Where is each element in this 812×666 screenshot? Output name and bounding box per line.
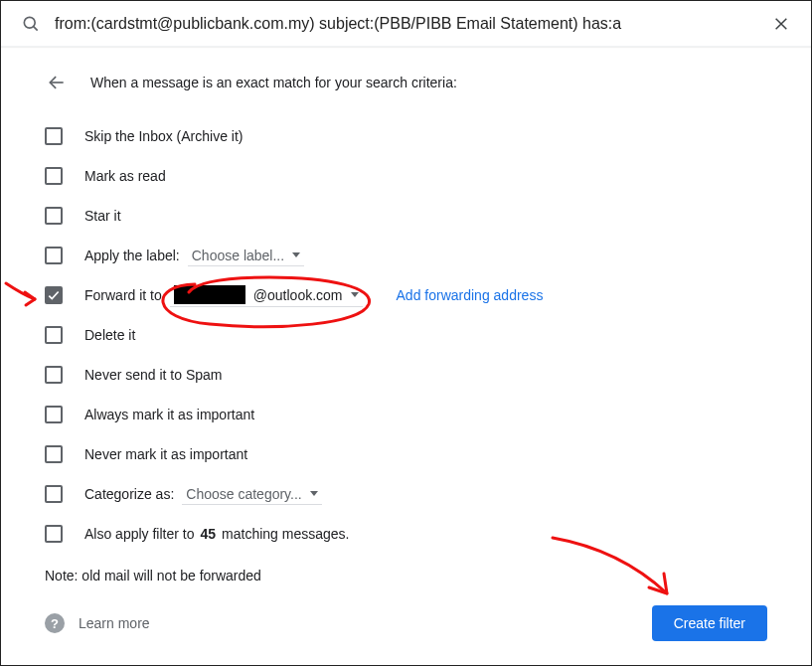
checkbox-skip-inbox[interactable] [45, 127, 63, 145]
label-skip-inbox: Skip the Inbox (Archive it) [84, 128, 244, 144]
content-area: When a message is an exact match for you… [1, 47, 811, 659]
checkbox-apply-label[interactable] [45, 247, 63, 264]
svg-point-0 [24, 17, 35, 28]
create-filter-button[interactable]: Create filter [652, 605, 767, 641]
apply-label-prefix: Apply the label: [84, 248, 180, 263]
link-add-forwarding-address[interactable]: Add forwarding address [397, 287, 544, 303]
label-never-spam: Never send it to Spam [84, 367, 223, 383]
option-star: Star it [29, 196, 783, 236]
criteria-header-text: When a message is an exact match for you… [90, 75, 457, 90]
forward-dest-suffix: @outlook.com [253, 287, 343, 303]
matching-count: 45 [201, 526, 217, 542]
help-icon: ? [45, 613, 65, 633]
select-forward-address[interactable]: @outlook.com [170, 283, 363, 307]
option-mark-read: Mark as read [29, 156, 783, 196]
checkbox-never-spam[interactable] [45, 366, 63, 384]
filter-dialog: When a message is an exact match for you… [0, 0, 812, 666]
option-never-spam: Never send it to Spam [29, 355, 783, 395]
also-apply-after: matching messages. [222, 526, 349, 542]
select-apply-label[interactable]: Choose label... [188, 246, 304, 266]
note-text: Note: old mail will not be forwarded [29, 554, 783, 583]
label-always-important: Always mark it as important [84, 407, 254, 422]
chevron-down-icon [310, 491, 318, 496]
option-never-important: Never mark it as important [29, 434, 783, 474]
categorize-prefix: Categorize as: [84, 486, 174, 502]
forward-prefix: Forward it to [84, 287, 162, 303]
checkbox-mark-read[interactable] [45, 167, 63, 185]
select-categorize-text: Choose category... [186, 486, 301, 502]
select-apply-label-text: Choose label... [192, 248, 284, 263]
checkbox-star[interactable] [45, 207, 63, 225]
checkbox-also-apply[interactable] [45, 525, 63, 543]
checkbox-categorize[interactable] [45, 485, 63, 503]
select-categorize[interactable]: Choose category... [182, 484, 321, 505]
option-apply-label: Apply the label: Choose label... [29, 236, 783, 275]
checkbox-delete[interactable] [45, 326, 63, 344]
option-delete: Delete it [29, 315, 783, 355]
search-bar [1, 1, 811, 47]
option-also-apply: Also apply filter to 45 matching message… [29, 514, 783, 554]
checkbox-forward[interactable] [45, 286, 63, 304]
learn-more-text: Learn more [79, 615, 150, 631]
svg-line-1 [34, 26, 38, 30]
option-categorize: Categorize as: Choose category... [29, 474, 783, 514]
label-never-important: Never mark it as important [84, 446, 247, 462]
label-forward: Forward it to @outlook.com Add forwardin… [84, 283, 543, 307]
chevron-down-icon [292, 252, 300, 257]
label-also-apply: Also apply filter to 45 matching message… [84, 526, 349, 542]
chevron-down-icon [351, 292, 359, 297]
option-forward: Forward it to @outlook.com Add forwardin… [29, 275, 783, 315]
back-arrow-icon[interactable] [45, 71, 69, 94]
learn-more-link[interactable]: ? Learn more [45, 613, 150, 633]
label-apply-label: Apply the label: Choose label... [84, 246, 304, 266]
label-categorize: Categorize as: Choose category... [84, 484, 322, 505]
option-always-important: Always mark it as important [29, 395, 783, 434]
redacted-block [174, 285, 245, 304]
also-apply-before: Also apply filter to [84, 526, 195, 542]
label-mark-read: Mark as read [84, 168, 166, 184]
search-input[interactable] [51, 4, 761, 44]
checkbox-always-important[interactable] [45, 406, 63, 423]
close-icon[interactable] [761, 4, 801, 44]
label-delete: Delete it [84, 327, 135, 343]
checkbox-never-important[interactable] [45, 445, 63, 463]
footer: ? Learn more Create filter [29, 583, 783, 641]
search-icon[interactable] [11, 4, 51, 44]
header-row: When a message is an exact match for you… [29, 71, 783, 94]
label-star: Star it [84, 208, 121, 224]
option-skip-inbox: Skip the Inbox (Archive it) [29, 116, 783, 156]
